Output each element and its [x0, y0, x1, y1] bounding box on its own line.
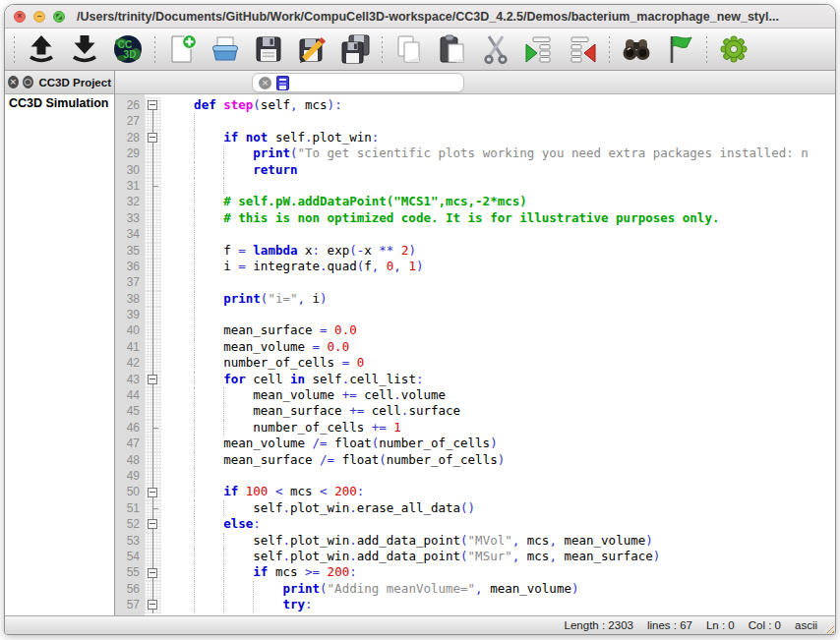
minimize-window-button[interactable]: –: [33, 11, 45, 23]
code-line[interactable]: 40 mean_surface = 0.0: [115, 322, 835, 338]
code-line[interactable]: 35 f = lambda x: exp(-x ** 2): [115, 243, 835, 259]
code-line[interactable]: 30 return: [115, 162, 835, 178]
clipboard-icon: [437, 33, 468, 65]
code-line[interactable]: 31: [115, 178, 835, 194]
code-area[interactable]: 26 def step(self, mcs):2728 if not self.…: [115, 94, 835, 615]
fold-toggle-icon[interactable]: [148, 133, 157, 143]
code-line[interactable]: 42 number_of_cells = 0: [115, 355, 835, 371]
code-line[interactable]: 51 self.plot_win.erase_all_data(): [115, 500, 835, 516]
code-line[interactable]: 49: [115, 468, 835, 484]
fold-margin: [145, 178, 161, 194]
zoom-window-button[interactable]: [53, 11, 65, 23]
copy-pages-icon: [393, 33, 425, 65]
fold-toggle-icon[interactable]: [148, 100, 157, 110]
fold-margin: [145, 516, 161, 532]
code-line[interactable]: 41 mean_volume = 0.0: [115, 339, 835, 355]
fold-margin: [145, 420, 161, 436]
settings-button[interactable]: [712, 30, 755, 68]
fold-margin: [145, 162, 161, 178]
code-line[interactable]: 29 print("To get scientific plots workin…: [115, 145, 835, 161]
status-encoding: ascii: [795, 619, 817, 631]
code-line[interactable]: 34: [115, 226, 835, 242]
code-line[interactable]: 55 if mcs >= 200:: [115, 564, 835, 580]
line-number: 27: [115, 113, 145, 129]
line-number: 26: [115, 97, 145, 113]
line-number: 36: [115, 259, 145, 274]
open-file-button[interactable]: [204, 30, 247, 68]
code-line[interactable]: 39: [115, 307, 835, 322]
line-number: 33: [115, 210, 145, 226]
find-button[interactable]: [615, 30, 658, 68]
document-tab[interactable]: ×: [252, 73, 464, 92]
code-line[interactable]: 32 # self.pW.addDataPoint("MCS1",mcs,-2*…: [115, 194, 835, 209]
code-line[interactable]: 46 number_of_cells += 1: [115, 420, 835, 436]
code-line[interactable]: 43 for cell in self.cell_list:: [115, 372, 835, 387]
save-all-button[interactable]: [333, 30, 377, 68]
code-text: mean_volume += cell.volume: [161, 387, 835, 403]
close-window-button[interactable]: ×: [14, 11, 26, 23]
fold-toggle-icon[interactable]: [148, 519, 157, 529]
move-down-button[interactable]: [63, 30, 106, 68]
resize-grip[interactable]: [823, 622, 834, 633]
unindent-button[interactable]: [561, 30, 604, 68]
line-number: 44: [115, 387, 145, 403]
line-number: 47: [115, 436, 145, 451]
save-button[interactable]: [247, 30, 290, 68]
tree-item-cc3d-simulation[interactable]: CC3D Simulation: [5, 94, 114, 112]
line-number: 42: [115, 355, 145, 371]
line-number: 41: [115, 339, 145, 355]
fold-margin: [145, 436, 161, 451]
code-line[interactable]: 57 try:: [115, 597, 835, 612]
code-text: [161, 113, 835, 129]
code-line[interactable]: 53 self.plot_win.add_data_point("MVol", …: [115, 533, 835, 549]
code-line[interactable]: 56 print("Adding meanVolume=", mean_volu…: [115, 581, 835, 597]
arrow-down-icon: [69, 33, 100, 65]
cut-button[interactable]: [474, 30, 517, 68]
code-line[interactable]: 45 mean_surface += cell.surface: [115, 403, 835, 419]
fold-toggle-icon[interactable]: [148, 375, 157, 384]
line-number: 37: [115, 274, 145, 290]
app-window: × – /Users/trinity/Documents/GitHub/Work…: [4, 4, 836, 635]
fold-toggle-icon[interactable]: [148, 488, 157, 497]
close-tab-icon[interactable]: ×: [259, 77, 271, 89]
cc3d-helper-button[interactable]: CC 3D: [106, 30, 150, 68]
fold-margin: [145, 403, 161, 419]
fold-margin: [145, 259, 161, 274]
fold-margin: [145, 339, 161, 355]
indent-icon: [523, 33, 555, 65]
bookmark-button[interactable]: [658, 30, 701, 68]
line-number: 53: [115, 533, 145, 549]
paste-button[interactable]: [431, 30, 474, 68]
code-line[interactable]: 44 mean_volume += cell.volume: [115, 387, 835, 403]
code-line[interactable]: 28 if not self.plot_win:: [115, 130, 835, 145]
code-line[interactable]: 52 else:: [115, 516, 835, 532]
status-length: Length : 2303: [565, 619, 633, 631]
code-line[interactable]: 50 if 100 < mcs < 200:: [115, 484, 835, 499]
code-line[interactable]: 33 # this is non optimized code. It is f…: [115, 210, 835, 226]
code-text: def step(self, mcs):: [161, 97, 835, 113]
code-line[interactable]: 47 mean_volume /= float(number_of_cells): [115, 436, 835, 451]
fold-toggle-icon[interactable]: [148, 568, 157, 578]
copy-button[interactable]: [388, 30, 431, 68]
project-panel: × ○ CC3D Project CC3D Simulation: [5, 71, 115, 615]
code-line[interactable]: 38 print("i=", i): [115, 291, 835, 307]
fold-margin: [145, 387, 161, 403]
fold-toggle-icon[interactable]: [148, 600, 157, 610]
panel-float-button[interactable]: ○: [23, 76, 33, 88]
move-up-button[interactable]: [20, 30, 63, 68]
code-line[interactable]: 26 def step(self, mcs):: [115, 97, 835, 113]
toolbar-separator: [705, 35, 708, 63]
code-line[interactable]: 48 mean_surface /= float(number_of_cells…: [115, 452, 835, 468]
new-file-button[interactable]: [160, 30, 204, 68]
save-as-button[interactable]: [290, 30, 333, 68]
code-text: [161, 468, 835, 484]
panel-close-button[interactable]: ×: [8, 76, 19, 88]
code-line[interactable]: 54 self.plot_win.add_data_point("MSur", …: [115, 549, 835, 564]
code-line[interactable]: 27: [115, 113, 835, 129]
code-line[interactable]: 36 i = integrate.quad(f, 0, 1): [115, 259, 835, 274]
code-text: if mcs >= 200:: [161, 564, 835, 580]
code-text: mean_volume = 0.0: [161, 339, 835, 355]
script-icon: [276, 76, 289, 90]
code-line[interactable]: 37: [115, 274, 835, 290]
indent-button[interactable]: [517, 30, 561, 68]
